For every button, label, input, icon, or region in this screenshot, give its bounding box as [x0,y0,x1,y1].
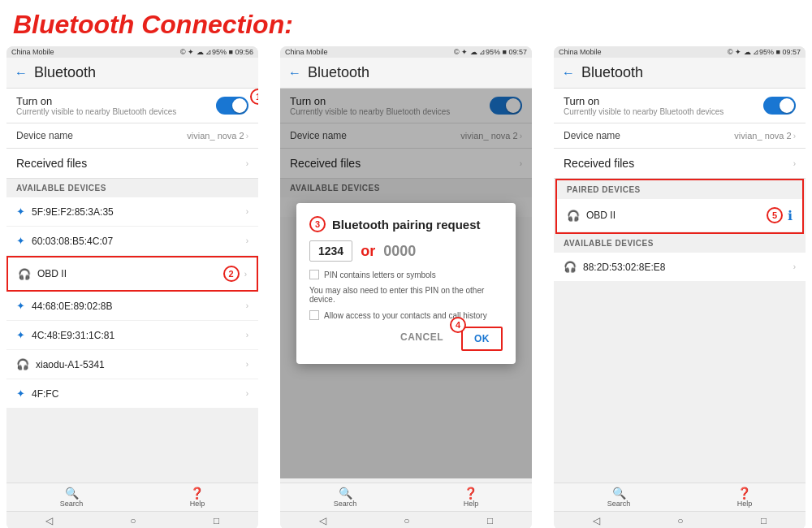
device-item-5[interactable]: 🎧 xiaodu-A1-5341 › [6,350,258,379]
toggle-1[interactable] [216,97,248,115]
status-icons-1: © ✦ ☁ ⊿95% ■ 09:56 [180,48,253,56]
device-item-4[interactable]: ✦ 4C:48:E9:31:1C:81 › [6,321,258,350]
search-icon-2: 🔍 [339,487,352,500]
paired-device-item[interactable]: 🎧 OBD II 5 ℹ [557,199,802,232]
help-label-1: Help [190,500,205,508]
recent-btn-3[interactable]: □ [761,515,767,526]
bt-icon-4: ✦ [16,329,25,341]
checkbox-1[interactable] [309,270,319,279]
toggle-3[interactable] [763,97,796,115]
phone2-header: ← Bluetooth [280,58,532,89]
device-name-6: 4F:FC [32,388,58,400]
checkbox-row-1[interactable]: PIN contains letters or symbols [309,270,503,279]
recent-btn-1[interactable]: □ [214,515,219,526]
paired-section: PAIRED DEVICES 🎧 OBD II 5 ℹ [555,179,804,234]
received-files-label-1: Received files [16,157,87,170]
device-name-row-3[interactable]: Device name vivian_ nova 2 › [554,123,806,149]
chevron-d1: › [246,236,248,245]
help-nav-1[interactable]: ❓ Help [190,487,205,508]
chevron-d4: › [246,331,248,340]
phone1-header: ← Bluetooth [6,58,258,89]
bt-icon-0: ✦ [16,206,25,218]
device-name-label-1: Device name [16,130,73,141]
pin-row: 1234 or 0000 [309,240,503,262]
chevron-3: › [793,132,796,141]
received-files-3[interactable]: Received files › [554,149,806,179]
phone-1: China Mobile © ✦ ☁ ⊿95% ■ 09:56 ← Blueto… [6,46,258,528]
help-icon-3: ❓ [737,487,751,500]
paired-item-right: 5 ℹ [767,207,793,223]
turn-on-label-1: Turn on [16,95,176,107]
phone-3: China Mobile © ✦ ☁ ⊿95% ■ 09:57 ← Blueto… [554,46,806,528]
device-name-2: OBD II [37,268,67,279]
received-files-label-3: Received files [564,157,634,170]
status-bar-3: China Mobile © ✦ ☁ ⊿95% ■ 09:57 [554,46,806,58]
recent-btn-2[interactable]: □ [487,515,493,526]
turn-on-sub-3: Currently visible to nearby Bluetooth de… [564,107,723,116]
search-nav-2[interactable]: 🔍 Search [334,487,357,508]
device-name-row-1[interactable]: Device name vivian_ nova 2 › [6,123,258,149]
device-list-1: ✦ 5F:9E:F2:85:3A:35 › ✦ 60:03:08:B5:4C:0… [6,197,258,409]
back-arrow-3[interactable]: ← [562,66,575,80]
paired-device-name: OBD II [586,210,615,221]
received-files-1[interactable]: Received files › [6,149,258,179]
status-bar-1: China Mobile © ✦ ☁ ⊿95% ■ 09:56 [6,46,258,58]
help-label-3: Help [737,500,753,508]
device-name-5: xiaodu-A1-5341 [36,359,105,370]
back-arrow-2[interactable]: ← [288,66,301,80]
dialog-title-row: 3 Bluetooth pairing request [309,216,503,232]
bottom-nav-2: 🔍 Search ❓ Help [280,483,532,511]
search-icon-3: 🔍 [612,487,626,500]
back-arrow-1[interactable]: ← [15,66,28,80]
home-btn-2[interactable]: ○ [404,515,409,526]
cancel-button[interactable]: CANCEL [389,327,455,351]
device-item-2[interactable]: 🎧 OBD II 2 › [6,256,258,292]
pin-alt: 0000 [383,243,416,260]
back-btn-2[interactable]: ◁ [319,515,326,526]
available-list-3: 🎧 88:2D:53:02:8E:E8 › [554,253,806,282]
search-nav-3[interactable]: 🔍 Search [607,487,631,508]
phone3-header: ← Bluetooth [554,58,806,89]
back-btn-3[interactable]: ◁ [593,515,600,526]
checkbox-row-2[interactable]: Allow access to your contacts and call h… [309,310,503,320]
phone1-content: Turn on Currently visible to nearby Blue… [6,89,258,511]
dialog-info-text: You may also need to enter this PIN on t… [309,286,503,304]
device-item-1[interactable]: ✦ 60:03:08:B5:4C:07 › [6,227,258,256]
chevron-d5: › [246,360,248,369]
device-item-3[interactable]: ✦ 44:68:0E:89:02:8B › [6,292,258,321]
search-label-3: Search [607,500,631,508]
ok-badge-wrapper: OK 4 [461,327,503,351]
badge-4: 4 [450,317,466,333]
pin-or: or [361,243,375,260]
bluetooth-title-3: Bluetooth [581,64,643,81]
home-btn-1[interactable]: ○ [130,515,136,526]
info-icon-paired[interactable]: ℹ [788,208,793,223]
avail-headphone-0: 🎧 [564,261,577,273]
home-btn-3[interactable]: ○ [677,515,683,526]
toggle-wrapper-1: 1 [216,97,248,115]
device-item-0[interactable]: ✦ 5F:9E:F2:85:3A:35 › [6,197,258,227]
help-icon-2: ❓ [464,487,477,500]
checkbox-2[interactable] [309,310,319,320]
help-nav-2[interactable]: ❓ Help [464,487,479,508]
sys-nav-1: ◁ ○ □ [6,511,258,528]
status-icons-text-3: © ✦ ☁ ⊿95% ■ 09:57 [728,48,801,56]
search-label-2: Search [334,500,357,508]
chevron-d3: › [246,301,248,310]
search-nav-1[interactable]: 🔍 Search [60,487,84,508]
chevron-d6: › [246,389,248,398]
device-item-left-5: 🎧 xiaodu-A1-5341 [16,358,105,370]
page-title: Bluetooth Connection: [0,0,812,46]
help-nav-3[interactable]: ❓ Help [737,487,753,508]
phone2-content: Turn on Currently visible to nearby Blue… [280,89,532,511]
device-item-6[interactable]: ✦ 4F:FC › [6,379,258,409]
dialog-title: Bluetooth pairing request [332,218,481,232]
back-btn-1[interactable]: ◁ [45,515,53,526]
device-name-0: 5F:9E:F2:85:3A:35 [32,206,114,218]
device-item-left-4: ✦ 4C:48:E9:31:1C:81 [16,329,114,341]
item2-right: 2 › [223,266,247,282]
ok-button[interactable]: OK [461,327,503,351]
chevron-d0: › [246,207,248,216]
avail-device-0[interactable]: 🎧 88:2D:53:02:8E:E8 › [554,253,806,282]
carrier-3: China Mobile [559,48,602,56]
